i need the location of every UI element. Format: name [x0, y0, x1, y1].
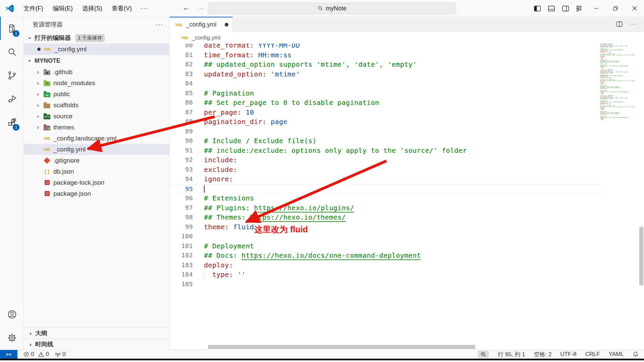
code-line-102[interactable]: 102## Docs: https://hexo.io/docs/one-com… — [170, 251, 600, 260]
code-line-88[interactable]: 88pagination_dir: page — [170, 117, 600, 127]
code-line-100[interactable]: 100 — [170, 232, 600, 241]
toggle-primary-sidebar-icon[interactable] — [530, 0, 544, 17]
code-line-97[interactable]: 97## Plugins: https://hexo.io/plugins/ — [170, 203, 600, 213]
open-editor-item[interactable]: YML _config.yml — [24, 44, 169, 55]
code-line-95[interactable]: 95 — [170, 184, 600, 194]
open-editors-label: 打开的编辑器 — [35, 34, 71, 42]
modified-dot-icon[interactable] — [225, 23, 228, 26]
line-number: 92 — [170, 155, 193, 165]
code-line-96[interactable]: 96# Extensions — [170, 193, 600, 203]
customize-layout-icon[interactable] — [573, 0, 587, 17]
tree-item--gitignore[interactable]: .gitignore — [24, 155, 169, 166]
code-line-80[interactable]: 80date_format: YYYY-MM-DD — [170, 44, 600, 50]
tree-item--config-yml[interactable]: YML_config.yml — [24, 144, 169, 155]
search-activity-button[interactable] — [0, 40, 23, 64]
settings-gear-button[interactable] — [0, 326, 23, 350]
code-line-99[interactable]: 99theme: fluid — [170, 222, 600, 232]
vertical-scrollbar[interactable] — [639, 44, 644, 350]
cursor-position-status[interactable]: 行 95, 列 1 — [498, 351, 525, 358]
explorer-activity-button[interactable]: 1 — [0, 17, 23, 40]
split-editor-icon[interactable] — [614, 16, 625, 33]
horizontal-scrollbar-thumb[interactable] — [208, 345, 475, 349]
code-line-82[interactable]: 82## updated_option supports 'mtime', 'd… — [170, 60, 600, 69]
open-editors-section[interactable]: › 打开的编辑器 1 个未保存 — [24, 32, 169, 44]
source-control-activity-button[interactable] — [0, 64, 23, 87]
menu-item-2[interactable]: 选择(S) — [77, 3, 107, 14]
zoom-indicator[interactable] — [478, 351, 489, 358]
notifications-bell-icon[interactable] — [633, 351, 639, 357]
tree-item-scaffolds[interactable]: ›scaffolds — [24, 100, 169, 111]
line-content: updated_option: 'mtime' — [193, 69, 600, 79]
eol-status[interactable]: CRLF — [585, 351, 600, 358]
encoding-status[interactable]: UTF-8 — [560, 351, 576, 358]
code-line-103[interactable]: 103deploy: — [170, 260, 600, 270]
tree-item-package-json[interactable]: package.json — [24, 188, 169, 199]
code-line-101[interactable]: 101# Deployment — [170, 241, 600, 251]
tree-item-source[interactable]: ›</>source — [24, 111, 169, 122]
code-line-86[interactable]: 86## Set per_page to 0 to disable pagina… — [170, 98, 600, 108]
indentation-status[interactable]: 空格: 2 — [534, 351, 551, 358]
code-line-84[interactable]: 84 — [170, 79, 600, 88]
tree-item-themes[interactable]: ›themes — [24, 122, 169, 133]
extensions-activity-button[interactable]: 1 — [0, 111, 23, 134]
tree-item-node-modules[interactable]: ›JSnode_modules — [24, 77, 169, 88]
title-bar: 文件(F)编辑(E)选择(S)查看(V) ··· ← → myNote — [0, 0, 644, 17]
outline-panel-header[interactable]: › 大纲 — [24, 327, 169, 339]
menu-item-0[interactable]: 文件(F) — [19, 3, 48, 14]
yml-file-icon: YML — [175, 23, 183, 27]
problems-status[interactable]: 0 0 — [23, 351, 49, 358]
code-link[interactable]: https://hexo.io/docs/one-command-deploym… — [241, 251, 421, 260]
code-link[interactable]: https://hexo.io/themes/ — [250, 213, 346, 222]
breadcrumb[interactable]: YML _config.yml — [170, 32, 644, 44]
tree-item--config-landscape-yml[interactable]: YML_config.landscape.yml — [24, 133, 169, 144]
code-line-94[interactable]: 94ignore: — [170, 174, 600, 184]
toggle-secondary-sidebar-icon[interactable] — [558, 0, 573, 17]
code-line-90[interactable]: 90# Include / Exclude file(s) — [170, 136, 600, 146]
menu-item-3[interactable]: 查看(V) — [107, 3, 137, 14]
line-number: 88 — [170, 117, 193, 127]
code-line-91[interactable]: 91## include:/exclude: options only appl… — [170, 146, 600, 156]
command-center-search[interactable]: myNote — [208, 3, 456, 14]
menu-item-1[interactable]: 编辑(E) — [48, 3, 77, 14]
code-line-104[interactable]: 104 type: '' — [170, 270, 600, 280]
editor-more-actions-icon[interactable]: ··· — [628, 16, 639, 33]
restore-button[interactable] — [606, 0, 625, 17]
code-line-89[interactable]: 89 — [170, 127, 600, 136]
forward-arrow-icon[interactable]: → — [197, 4, 204, 12]
radio-tower-icon — [55, 352, 61, 357]
vertical-scrollbar-thumb[interactable] — [639, 227, 643, 285]
timeline-panel-header[interactable]: › 时间线 — [24, 339, 169, 350]
ports-count: 0 — [62, 351, 65, 358]
accounts-button[interactable] — [0, 303, 23, 326]
menu-overflow-button[interactable]: ··· — [137, 3, 153, 13]
chevron-right-icon: › — [35, 68, 41, 75]
sidebar-more-button[interactable]: ··· — [155, 21, 163, 28]
tree-item-package-lock-json[interactable]: package-lock.json — [24, 177, 169, 188]
minimap[interactable]: date_format: YYYY-MM-DDtime_format: HH:m… — [600, 44, 637, 178]
code-line-85[interactable]: 85# Pagination — [170, 88, 600, 98]
language-mode-status[interactable]: YAML — [609, 351, 624, 358]
github-folder-icon: ● — [43, 68, 51, 76]
back-arrow-icon[interactable]: ← — [183, 4, 190, 12]
code-line-83[interactable]: 83updated_option: 'mtime' — [170, 69, 600, 79]
tree-item-public[interactable]: ›public — [24, 88, 169, 100]
code-line-81[interactable]: 81time_format: HH:mm:ss — [170, 50, 600, 60]
tab-config-yml[interactable]: YML _config.yml — [170, 17, 233, 32]
code-line-98[interactable]: 98## Themes: https://hexo.io/themes/ — [170, 213, 600, 222]
workspace-root-section[interactable]: › MYNOTE — [24, 55, 169, 66]
ports-status[interactable]: 0 — [55, 351, 65, 358]
code-line-105[interactable]: 105 — [170, 280, 600, 289]
code-link[interactable]: https://hexo.io/plugins/ — [254, 204, 354, 213]
run-debug-activity-button[interactable] — [0, 87, 23, 111]
code-line-92[interactable]: 92include: — [170, 155, 600, 165]
code-line-87[interactable]: 87per_page: 10 — [170, 108, 600, 117]
minimize-button[interactable] — [587, 0, 606, 17]
chevron-down-icon: › — [26, 35, 34, 41]
tree-item-db-json[interactable]: { }db.json — [24, 166, 169, 177]
chevron-right-icon: › — [35, 124, 41, 131]
close-button[interactable] — [625, 0, 644, 17]
toggle-panel-icon[interactable] — [544, 0, 558, 17]
tree-item--github[interactable]: ›●.github — [24, 66, 169, 77]
code-line-93[interactable]: 93exclude: — [170, 165, 600, 175]
remote-indicator[interactable]: >< — [0, 350, 17, 359]
